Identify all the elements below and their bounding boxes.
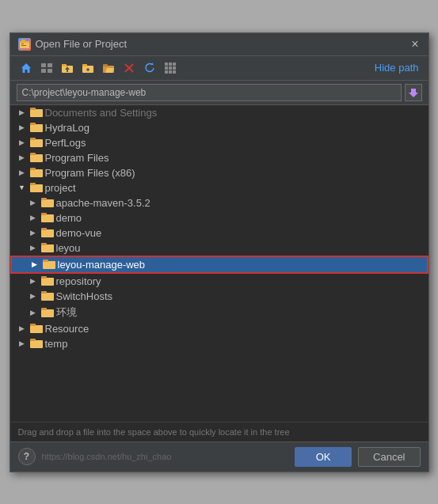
delete-icon bbox=[123, 62, 135, 74]
tree-row-selected[interactable]: ▶ leyou-manage-web bbox=[10, 256, 428, 274]
folder-icon bbox=[41, 290, 54, 301]
svg-rect-43 bbox=[30, 184, 43, 192]
tree-arrow: ▶ bbox=[17, 338, 28, 349]
folder-icon bbox=[30, 152, 43, 163]
svg-rect-25 bbox=[173, 63, 176, 66]
svg-marker-5 bbox=[21, 63, 31, 73]
dialog-title: Open File or Project bbox=[36, 38, 128, 50]
tree-arrow: ▶ bbox=[28, 307, 39, 318]
tree-row[interactable]: ▶ PerfLogs bbox=[10, 135, 428, 150]
tree-arrow: ▶ bbox=[29, 259, 40, 270]
tree-row[interactable]: ▶ repository bbox=[10, 274, 428, 289]
svg-rect-35 bbox=[30, 124, 43, 132]
tree-row[interactable]: ▶ HydraLog bbox=[10, 120, 428, 135]
svg-rect-44 bbox=[30, 183, 36, 185]
svg-rect-61 bbox=[30, 325, 43, 333]
svg-rect-18 bbox=[103, 64, 108, 66]
svg-rect-55 bbox=[41, 278, 54, 286]
tree-arrow: ▶ bbox=[17, 107, 28, 118]
path-input[interactable] bbox=[17, 84, 402, 101]
item-label: repository bbox=[56, 275, 101, 287]
folder-up-button[interactable] bbox=[58, 59, 77, 77]
svg-rect-37 bbox=[30, 139, 43, 147]
svg-rect-24 bbox=[169, 63, 172, 66]
item-label: HydraLog bbox=[45, 122, 90, 134]
cancel-button[interactable]: Cancel bbox=[358, 447, 420, 467]
list-view-button[interactable] bbox=[37, 59, 56, 77]
drag-hint: Drag and drop a file into the space abov… bbox=[10, 422, 428, 441]
svg-rect-62 bbox=[30, 324, 36, 326]
tree-arrow: ▶ bbox=[28, 197, 39, 208]
folder-icon bbox=[41, 197, 54, 208]
svg-rect-48 bbox=[41, 213, 47, 215]
svg-marker-32 bbox=[409, 89, 418, 97]
tree-row[interactable]: ▶ demo-vue bbox=[10, 225, 428, 241]
tree-row[interactable]: ▶ Program Files bbox=[10, 150, 428, 165]
delete-button[interactable] bbox=[120, 59, 139, 77]
folder-up-icon bbox=[61, 62, 74, 74]
tree-arrow: ▶ bbox=[17, 167, 28, 178]
svg-rect-6 bbox=[41, 63, 46, 67]
item-label: apache-maven-3.5.2 bbox=[56, 197, 150, 209]
home-toolbar-button[interactable] bbox=[17, 59, 36, 77]
watermark: https://blog.csdn.net/hu_zhi_chao bbox=[42, 452, 289, 461]
tree-row[interactable]: ▶ 环境 bbox=[10, 304, 428, 321]
open-folder-button[interactable] bbox=[99, 59, 118, 77]
path-browse-button[interactable] bbox=[405, 84, 422, 101]
folder-icon bbox=[41, 242, 54, 253]
close-button[interactable]: × bbox=[409, 38, 420, 51]
ok-button[interactable]: OK bbox=[295, 447, 352, 467]
folder-icon bbox=[41, 275, 54, 286]
folder-icon bbox=[30, 122, 43, 133]
item-label: demo-vue bbox=[56, 227, 102, 239]
svg-rect-47 bbox=[41, 214, 54, 222]
tree-row[interactable]: ▶ Program Files (x86) bbox=[10, 165, 428, 180]
tree-row[interactable]: ▶ demo bbox=[10, 210, 428, 225]
svg-rect-8 bbox=[41, 69, 46, 73]
app-grid-button[interactable] bbox=[161, 59, 180, 77]
dialog-icon bbox=[18, 38, 31, 51]
svg-rect-56 bbox=[41, 276, 47, 279]
help-button[interactable]: ? bbox=[18, 448, 36, 465]
svg-rect-54 bbox=[43, 260, 48, 262]
download-arrow-icon bbox=[408, 87, 419, 98]
svg-rect-57 bbox=[41, 293, 54, 301]
svg-rect-23 bbox=[165, 63, 168, 66]
tree-arrow: ▶ bbox=[17, 152, 28, 163]
hide-path-button[interactable]: Hide path bbox=[371, 60, 422, 75]
tree-row[interactable]: ▶ SwitchHosts bbox=[10, 289, 428, 304]
new-folder-button[interactable] bbox=[78, 59, 97, 77]
folder-icon bbox=[41, 227, 54, 238]
item-label: leyou bbox=[56, 242, 81, 254]
item-label: SwitchHosts bbox=[56, 290, 113, 302]
item-label: project bbox=[45, 182, 76, 194]
svg-rect-28 bbox=[173, 66, 176, 70]
svg-rect-36 bbox=[30, 123, 36, 125]
tree-arrow: ▶ bbox=[28, 242, 39, 253]
bottom-bar: ? https://blog.csdn.net/hu_zhi_chao OK C… bbox=[10, 441, 428, 472]
refresh-button[interactable] bbox=[140, 59, 159, 77]
svg-rect-34 bbox=[30, 108, 36, 110]
tree-row[interactable]: ▼ project bbox=[10, 180, 428, 195]
item-label: demo bbox=[56, 212, 82, 224]
svg-rect-59 bbox=[41, 309, 54, 317]
tree-row[interactable]: ▶ apache-maven-3.5.2 bbox=[10, 195, 428, 210]
folder-icon bbox=[30, 107, 43, 118]
svg-rect-30 bbox=[169, 70, 172, 74]
tree-row[interactable]: ▶ Resource bbox=[10, 321, 428, 336]
tree-arrow: ▼ bbox=[17, 182, 28, 193]
svg-rect-26 bbox=[165, 66, 168, 70]
tree-row[interactable]: ▶ leyou bbox=[10, 241, 428, 256]
svg-rect-3 bbox=[21, 44, 24, 44]
svg-rect-45 bbox=[41, 199, 54, 207]
toolbar: Hide path bbox=[10, 56, 428, 81]
item-label: Documents and Settings bbox=[45, 107, 158, 119]
tree-row[interactable]: ▶ temp bbox=[10, 336, 428, 351]
tree-row[interactable]: ▶ Documents and Settings bbox=[10, 105, 428, 120]
svg-rect-42 bbox=[30, 168, 36, 170]
item-label: Resource bbox=[45, 323, 90, 335]
svg-rect-38 bbox=[30, 138, 36, 140]
item-label: temp bbox=[45, 338, 68, 350]
svg-rect-60 bbox=[41, 308, 47, 310]
folder-icon bbox=[43, 259, 55, 270]
